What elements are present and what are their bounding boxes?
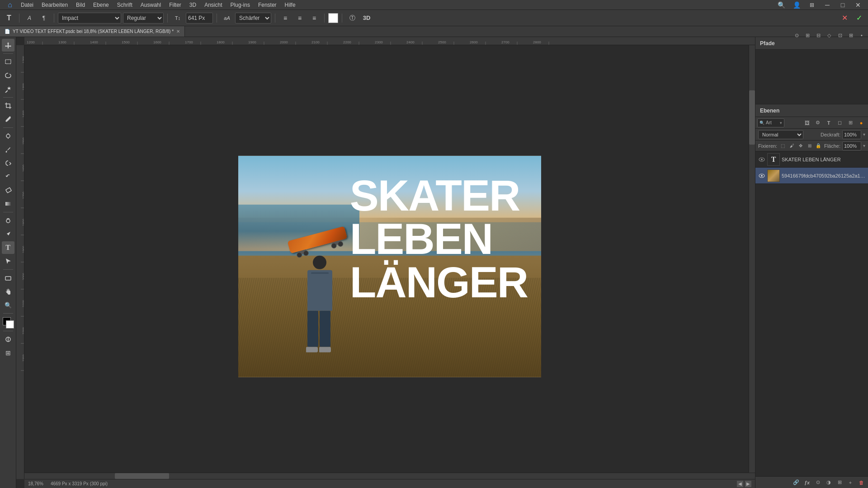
- text-color-swatch[interactable]: [328, 13, 338, 23]
- opacity-arrow[interactable]: ▾: [863, 132, 865, 137]
- font-size-input[interactable]: [186, 13, 213, 23]
- lock-transparent-btn[interactable]: ⬚: [780, 141, 786, 151]
- 3d-text-btn[interactable]: 3D: [360, 12, 373, 24]
- antialiasing-select[interactable]: Schärfer Scharf Stark Glatt: [235, 13, 271, 23]
- layer-adj-btn[interactable]: ◑: [824, 478, 834, 488]
- layer-new-btn[interactable]: +: [845, 478, 855, 488]
- document-viewport[interactable]: SKATER LEBEN LÄNGER: [24, 45, 755, 479]
- menubar-item-bearbeiten[interactable]: Bearbeiten: [38, 1, 71, 9]
- layer-mask-btn[interactable]: ⊙: [813, 478, 823, 488]
- layer-filter-smart[interactable]: ⊞: [845, 118, 855, 128]
- paths-icon-4[interactable]: ◇: [824, 37, 834, 40]
- toggle-para-panel[interactable]: ¶: [38, 12, 50, 24]
- type-tool-btn[interactable]: T: [3, 12, 15, 24]
- clone-tool[interactable]: [2, 157, 14, 169]
- cancel-transform-btn[interactable]: ✕: [838, 12, 851, 24]
- blend-mode-row: Normal Multiply Screen Overlay Deckraft:…: [755, 129, 868, 141]
- zoom-tool[interactable]: 🔍: [2, 299, 14, 311]
- fill-arrow[interactable]: ▾: [863, 143, 865, 148]
- layer-filter-type[interactable]: T: [824, 118, 834, 128]
- layer-filter-adjust[interactable]: ⚙: [813, 118, 823, 128]
- layer-fx-btn[interactable]: ƒx: [802, 478, 812, 488]
- type-tool[interactable]: T: [2, 241, 14, 254]
- document-tab-close[interactable]: ✕: [176, 29, 180, 34]
- blend-mode-select[interactable]: Normal Multiply Screen Overlay: [758, 130, 803, 139]
- menubar-item-fenster[interactable]: Fenster: [255, 1, 280, 9]
- layer-item-text[interactable]: T SKATER LEBEN LÄNGER: [755, 151, 868, 168]
- align-center-btn[interactable]: ≡: [293, 12, 306, 24]
- move-tool[interactable]: [2, 39, 14, 52]
- search-btn[interactable]: 🔍: [775, 0, 788, 11]
- menubar-item-filter[interactable]: Filter: [165, 1, 185, 9]
- lock-position-btn[interactable]: ✥: [797, 141, 804, 151]
- arrange-btn[interactable]: ⊞: [806, 0, 818, 11]
- layer-delete-btn[interactable]: 🗑: [856, 478, 866, 488]
- opacity-input[interactable]: [842, 130, 861, 139]
- layer-group-btn[interactable]: ⊞: [835, 478, 844, 488]
- gradient-tool[interactable]: [2, 197, 14, 210]
- menubar-item-3d[interactable]: 3D: [186, 1, 200, 9]
- paths-icon-7[interactable]: •: [857, 37, 867, 40]
- menubar-item-hilfe[interactable]: Hilfe: [281, 1, 299, 9]
- minimize-btn[interactable]: ─: [821, 0, 834, 11]
- screen-mode-btn[interactable]: ⊞: [2, 347, 14, 359]
- fg-bg-colors[interactable]: [2, 316, 14, 329]
- menubar-item-plugins[interactable]: Plug-ins: [227, 1, 254, 9]
- align-right-btn[interactable]: ≡: [308, 12, 321, 24]
- hand-tool[interactable]: [2, 285, 14, 298]
- quick-mask-btn[interactable]: [2, 333, 14, 346]
- fill-input[interactable]: [842, 141, 861, 150]
- lock-all-btn[interactable]: 🔒: [815, 141, 821, 151]
- crop-tool[interactable]: [2, 99, 14, 112]
- paths-icon-2[interactable]: ⊞: [802, 37, 812, 40]
- paths-icon-6[interactable]: ⊞: [846, 37, 856, 40]
- eyedropper-tool[interactable]: [2, 113, 14, 126]
- font-style-select[interactable]: Regular Bold Italic: [123, 13, 164, 23]
- dodge-tool[interactable]: [2, 214, 14, 227]
- paths-icon-3[interactable]: ⊟: [813, 37, 823, 40]
- history-brush-tool[interactable]: [2, 170, 14, 183]
- warp-text-btn[interactable]: Ⓣ: [346, 12, 359, 24]
- pen-tool[interactable]: [2, 228, 14, 240]
- home-button[interactable]: ⌂: [4, 0, 16, 11]
- document-tab[interactable]: 📄 YT VIDEO TEXT EFFEKT.psdc bei 18,8% (S…: [0, 26, 185, 37]
- menubar-item-auswahl[interactable]: Auswahl: [137, 1, 165, 9]
- menubar-item-ebene[interactable]: Ebene: [90, 1, 113, 9]
- close-btn[interactable]: ✕: [852, 0, 864, 11]
- lasso-tool[interactable]: [2, 69, 14, 82]
- lock-image-btn[interactable]: 🖌: [789, 141, 795, 151]
- align-left-btn[interactable]: ≡: [279, 12, 292, 24]
- path-select-tool[interactable]: [2, 255, 14, 267]
- shape-tool[interactable]: [2, 272, 14, 284]
- layer-link-btn[interactable]: 🔗: [791, 478, 801, 488]
- menubar-item-datei[interactable]: Datei: [17, 1, 37, 9]
- horizontal-scrollbar[interactable]: [24, 473, 755, 479]
- background-color[interactable]: [6, 320, 14, 328]
- toggle-char-panel[interactable]: A: [23, 12, 36, 24]
- user-btn[interactable]: 👤: [790, 0, 803, 11]
- magic-wand-tool[interactable]: [2, 83, 14, 95]
- status-right-btn[interactable]: ▶: [745, 481, 751, 487]
- font-family-select[interactable]: Impact Arial Helvetica: [58, 13, 121, 23]
- healing-tool[interactable]: [2, 130, 14, 142]
- layer-search-arrow[interactable]: ▾: [780, 121, 782, 125]
- maximize-btn[interactable]: □: [836, 0, 849, 11]
- paths-icon-1[interactable]: ⊙: [792, 37, 802, 40]
- layer-filter-pixel[interactable]: 🖼: [802, 118, 812, 128]
- select-rect-tool[interactable]: [2, 56, 14, 68]
- brush-tool[interactable]: [2, 143, 14, 156]
- menubar-item-schrift[interactable]: Schrift: [113, 1, 136, 9]
- layer-visibility-1[interactable]: [758, 156, 765, 163]
- layer-filter-shape[interactable]: ◻: [835, 118, 844, 128]
- eraser-tool[interactable]: [2, 184, 14, 197]
- status-left-btn[interactable]: ◀: [737, 481, 743, 487]
- vertical-scrollbar[interactable]: [749, 45, 755, 473]
- confirm-transform-btn[interactable]: ✓: [853, 12, 865, 24]
- layer-filter-toggle[interactable]: ●: [856, 118, 866, 128]
- layer-item-image[interactable]: 59416679fdcb470592ba26125a2a1639 Kopie: [755, 168, 868, 184]
- lock-artboard-btn[interactable]: ⊞: [807, 141, 813, 151]
- paths-icon-5[interactable]: ⊡: [835, 37, 845, 40]
- layer-visibility-2[interactable]: [758, 172, 765, 179]
- menubar-item-ansicht[interactable]: Ansicht: [201, 1, 226, 9]
- menubar-item-bild[interactable]: Bild: [72, 1, 89, 9]
